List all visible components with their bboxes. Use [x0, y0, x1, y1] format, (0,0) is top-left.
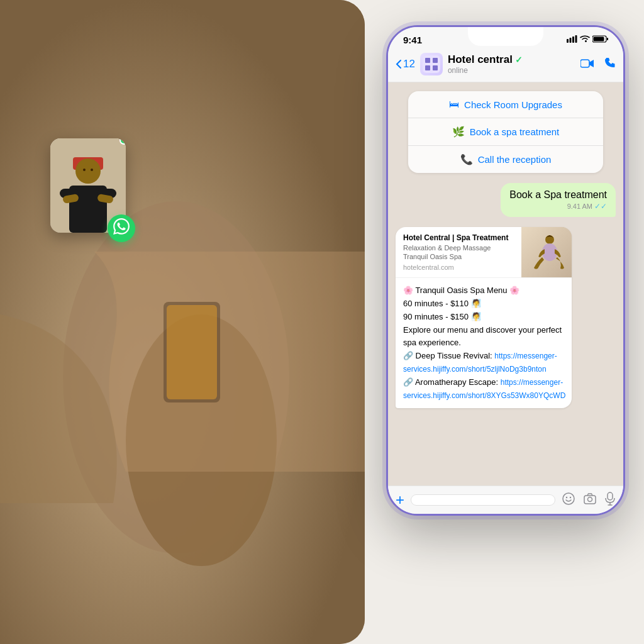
- received-message: Hotel Central | Spa Treatment Relaxation…: [396, 227, 616, 408]
- whatsapp-icon: [113, 218, 130, 238]
- whatsapp-badge: [108, 214, 135, 242]
- microphone-icon[interactable]: [604, 492, 616, 509]
- svg-rect-27: [433, 65, 438, 70]
- verified-icon: ✓: [515, 55, 523, 65]
- svg-rect-16: [567, 39, 569, 43]
- card-subtitle1: Relaxation & Deep Massage: [403, 243, 515, 252]
- phone-frame: 9:41 12: [386, 25, 625, 516]
- svg-rect-25: [433, 58, 438, 63]
- svg-rect-24: [425, 58, 430, 63]
- svg-point-10: [91, 169, 93, 171]
- sent-bubble: Book a Spa treatment 9.41 AM ✓✓: [501, 183, 616, 217]
- video-call-icon[interactable]: [580, 57, 594, 72]
- phone-notch: [468, 27, 543, 46]
- quick-reply-label-2: Book a spa treatment: [470, 126, 560, 137]
- input-action-icons: [562, 492, 616, 509]
- svg-rect-18: [572, 36, 574, 43]
- spa-menu-content: 🌸 Tranquil Oasis Spa Menu 🌸 60 minutes -…: [403, 284, 564, 402]
- bed-icon: 🛏: [449, 99, 459, 110]
- card-subtitle2: Tranquil Oasis Spa: [403, 252, 515, 261]
- svg-point-9: [83, 169, 86, 171]
- deep-tissue-link[interactable]: https://messenger-services.hijiffy.com/s…: [403, 352, 557, 374]
- quick-reply-label-1: Check Room Upgrades: [464, 99, 562, 110]
- aromatherapy-link[interactable]: https://messenger-services.hijiffy.com/s…: [403, 378, 565, 400]
- quick-reply-room-upgrades[interactable]: 🛏 Check Room Upgrades: [408, 91, 603, 118]
- svg-point-35: [570, 496, 571, 497]
- battery-icon: [592, 35, 608, 45]
- back-count: 12: [403, 58, 415, 70]
- sent-text: Book a Spa treatment: [509, 189, 607, 201]
- background-photo: [0, 0, 365, 644]
- user-avatar-bubble: [50, 138, 126, 233]
- card-preview: Hotel Central | Spa Treatment Relaxation…: [396, 227, 572, 278]
- signal-icon: [567, 35, 577, 45]
- quick-reply-spa[interactable]: 🌿 Book a spa treatment: [408, 118, 603, 146]
- back-button[interactable]: 12: [396, 58, 415, 70]
- card-text: Hotel Central | Spa Treatment Relaxation…: [396, 227, 521, 277]
- card-domain: hotelcentral.com: [403, 264, 515, 271]
- channel-avatar: [420, 53, 443, 75]
- svg-point-37: [588, 497, 592, 501]
- phone-call-icon[interactable]: [604, 57, 616, 72]
- svg-rect-19: [575, 35, 577, 43]
- message-input[interactable]: [411, 494, 555, 506]
- svg-point-34: [566, 496, 567, 497]
- svg-point-8: [75, 158, 101, 184]
- card-image: [521, 227, 572, 277]
- svg-rect-21: [594, 37, 604, 42]
- card-title: Hotel Central | Spa Treatment: [403, 233, 515, 243]
- phone-inner: 9:41 12: [388, 27, 623, 514]
- read-receipt: ✓✓: [594, 202, 607, 211]
- spa-icon: 🌿: [452, 126, 465, 138]
- channel-status: online: [448, 66, 575, 75]
- message-time: 9.41 AM ✓✓: [509, 202, 607, 211]
- channel-name: Hotel central ✓: [448, 53, 575, 66]
- quick-reply-label-3: Call the reception: [478, 154, 552, 165]
- phone-icon: 📞: [460, 153, 473, 165]
- quick-replies-container: 🛏 Check Room Upgrades 🌿 Book a spa treat…: [408, 91, 603, 173]
- quick-reply-reception[interactable]: 📞 Call the reception: [408, 146, 603, 173]
- sticker-icon[interactable]: [562, 492, 575, 509]
- svg-rect-17: [570, 38, 572, 43]
- chat-title-area: Hotel central ✓ online: [448, 53, 575, 75]
- svg-rect-28: [580, 60, 589, 67]
- svg-rect-38: [608, 492, 613, 500]
- time-label: 9.41 AM: [567, 203, 592, 210]
- header-action-icons: [580, 57, 616, 72]
- status-icons: [567, 35, 608, 45]
- camera-icon[interactable]: [583, 492, 597, 509]
- svg-rect-23: [423, 55, 440, 73]
- wifi-icon: [580, 35, 590, 45]
- card-body: 🌸 Tranquil Oasis Spa Menu 🌸 60 minutes -…: [396, 278, 572, 408]
- input-bar: +: [388, 486, 623, 514]
- svg-rect-22: [607, 38, 608, 40]
- svg-point-33: [563, 493, 574, 504]
- svg-point-31: [545, 235, 554, 244]
- chat-body: 🛏 Check Room Upgrades 🌿 Book a spa treat…: [388, 82, 623, 486]
- received-bubble: Hotel Central | Spa Treatment Relaxation…: [396, 227, 572, 408]
- chat-header: 12 Hotel central ✓ online: [388, 48, 623, 82]
- sent-message: Book a Spa treatment 9.41 AM ✓✓: [396, 183, 616, 217]
- add-button[interactable]: +: [396, 491, 404, 509]
- svg-rect-26: [425, 65, 430, 70]
- status-time: 9:41: [403, 35, 422, 45]
